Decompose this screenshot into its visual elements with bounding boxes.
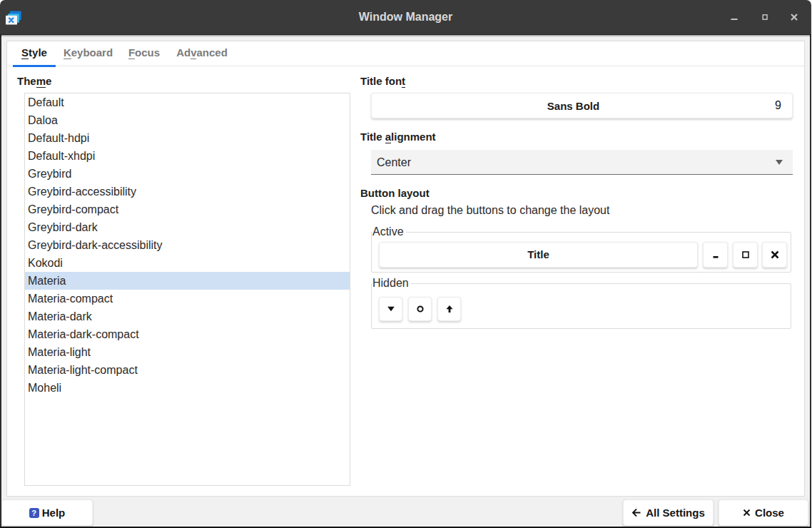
label-part: Title [360,131,385,143]
tab-advanced[interactable]: Advanced [168,41,236,67]
title-font-label: Title font [360,75,405,88]
titlebar[interactable]: Window Manager [0,0,811,35]
theme-item[interactable]: Default-xhdpi [25,147,350,165]
button-layout-label: Button layout [360,187,430,200]
titlebar-maximize-button[interactable] [754,0,776,34]
shade-icon [445,305,454,313]
title-alignment-combobox[interactable]: Center [371,150,793,175]
all-settings-label: All Settings [646,507,705,519]
back-arrow-icon [631,507,641,518]
mnemonic-underline: K [64,46,71,59]
close-icon [790,13,798,21]
maximize-icon [741,250,751,260]
tab-bar: Style Keyboard Focus Advanced [7,41,804,66]
window-title: Window Manager [0,0,811,34]
label-part: e [46,75,51,87]
window-manager-dialog: Window Manager Style Keyboard Focus Adva… [0,0,812,528]
title-alignment-label: Title alignment [360,131,436,143]
theme-item[interactable]: Kokodi [25,254,350,272]
theme-item[interactable]: Moheli [25,379,350,397]
chevron-down-icon [776,160,783,165]
layout-sticky-button[interactable] [408,297,432,321]
label-part: ocus [135,46,160,59]
window-border-right [810,34,811,527]
active-buttons-frame: Active Title [371,232,791,273]
theme-item[interactable]: Greybird-accessibility [25,183,350,200]
layout-close-button[interactable] [762,242,787,268]
minimize-icon [730,13,739,21]
all-settings-button[interactable]: All Settings [623,499,714,526]
sticky-icon [416,305,425,313]
mnemonic-underline: a [385,131,391,143]
label-part: The [17,75,36,87]
layout-minimize-button[interactable] [703,242,728,268]
theme-item[interactable]: Default-hdpi [25,129,350,147]
label-part: eyboard [71,46,113,59]
tab-focus[interactable]: Focus [121,41,168,67]
mnemonic-underline: F [128,46,135,59]
theme-list[interactable]: Default Daloa Default-hdpi Default-xhdpi… [24,93,350,486]
label-part: tyle [29,46,47,59]
close-small-icon [743,509,751,517]
theme-item[interactable]: Default [25,93,350,111]
help-button[interactable]: ? Help [1,499,93,526]
font-select-button[interactable]: Sans Bold 9 [371,93,793,118]
combobox-value: Center [377,150,411,175]
dialog-action-bar: ? Help All Settings Close [1,497,810,527]
tab-label: Advanced [176,46,228,59]
tab-label: Style [21,46,47,59]
theme-item[interactable]: Materia-light [25,343,350,361]
theme-item[interactable]: Materia-dark-compact [25,325,350,343]
minimize-icon [711,250,721,260]
font-name: Sans Bold [372,100,775,112]
theme-item[interactable]: Greybird-dark-accessibility [25,236,350,254]
label-part: lignment [391,131,436,143]
close-label: Close [755,507,784,519]
theme-item[interactable]: Materia-dark [25,308,350,325]
tab-keyboard[interactable]: Keyboard [56,41,121,67]
mnemonic-underline: m [36,75,46,88]
layout-maximize-button[interactable] [733,242,758,268]
menu-icon [387,305,395,313]
titlebar-close-button[interactable] [783,0,805,34]
theme-item[interactable]: Materia-light-compact [25,361,350,379]
tab-style[interactable]: Style [13,41,56,67]
theme-item-selected[interactable]: Materia [25,272,350,290]
theme-item[interactable]: Greybird-compact [25,200,350,218]
tab-label: Keyboard [64,46,113,59]
close-icon [770,250,780,260]
theme-item[interactable]: Greybird-dark [25,218,350,236]
hidden-buttons-frame: Hidden [371,283,791,329]
maximize-icon [761,13,769,21]
mnemonic-underline: t [402,75,405,88]
title-drag-button[interactable]: Title [379,242,698,268]
theme-label: Theme [17,75,51,88]
label-part: Ad [176,46,191,59]
notebook: Style Keyboard Focus Advanced Theme Defa… [6,41,805,497]
theme-item[interactable]: Materia-compact [25,290,350,308]
label-part: anced [196,46,227,59]
theme-item[interactable]: Daloa [25,111,350,129]
help-icon: ? [29,508,39,518]
label-part: Title fon [360,75,402,87]
layout-shade-button[interactable] [437,297,461,321]
mnemonic-underline: S [21,46,29,59]
dialog-body: Style Keyboard Focus Advanced Theme Defa… [1,35,810,527]
window-border-left [0,34,1,527]
close-button[interactable]: Close [719,499,808,526]
titlebar-minimize-button[interactable] [724,0,745,34]
font-size: 9 [775,99,792,112]
hidden-frame-label: Hidden [372,276,411,290]
help-label: Help [42,507,66,519]
theme-item[interactable]: Greybird [25,165,350,183]
style-tab-page: Theme Default Daloa Default-hdpi Default… [6,68,805,496]
tab-label: Focus [128,46,160,59]
layout-menu-button[interactable] [379,297,402,321]
button-layout-hint: Click and drag the buttons to change the… [371,204,609,217]
active-frame-label: Active [372,225,406,238]
